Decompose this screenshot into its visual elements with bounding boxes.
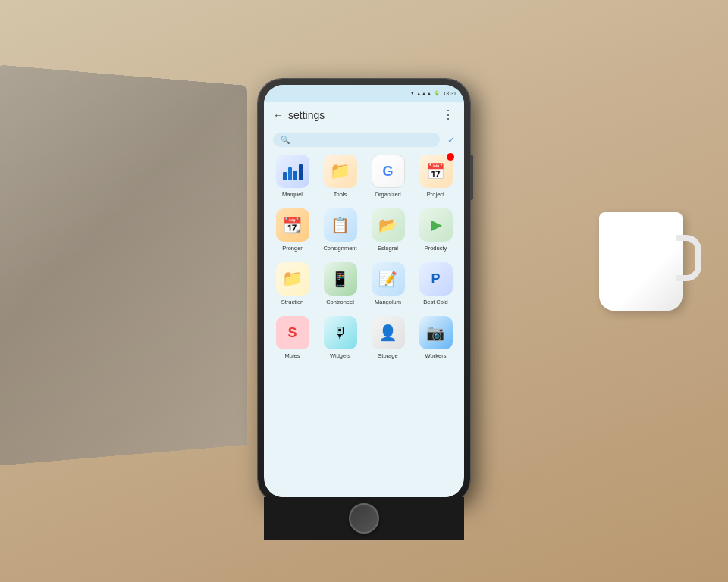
- app-row-2: 📆 Pronger 📋 Consignment 📂: [268, 208, 460, 252]
- struction-icon: 📁: [276, 262, 309, 296]
- app-row-3: 📁 Struction 📱 Controneel 📝: [268, 262, 460, 305]
- widgets-label: Widgets: [330, 352, 350, 359]
- search-icon: 🔍: [281, 136, 290, 144]
- top-bar: ← settings ⋮: [264, 102, 464, 128]
- coffee-cup-decoration: [599, 212, 682, 311]
- project-icon: 📅 !: [419, 155, 453, 188]
- app-producty[interactable]: ▶ Producty: [414, 208, 458, 252]
- home-button[interactable]: [349, 503, 379, 534]
- app-project[interactable]: 📅 ! Project: [414, 155, 458, 198]
- mangolum-label: Mangolum: [375, 299, 401, 305]
- storage-label: Storage: [378, 352, 397, 359]
- widgets-icon: 🎙: [324, 316, 357, 349]
- app-marquel[interactable]: Marquel: [271, 155, 315, 198]
- storage-icon: 👤: [372, 316, 405, 349]
- bestcold-icon: P: [419, 262, 453, 296]
- bestcold-label: Best Cold: [423, 299, 448, 305]
- workers-icon: 📷: [419, 316, 453, 349]
- app-workers[interactable]: 📷 Workers: [414, 316, 458, 359]
- pronger-label: Pronger: [282, 245, 303, 252]
- app-row-4: S Mules 🎙 Widgets 👤 Sto: [268, 316, 460, 359]
- app-bestcold[interactable]: P Best Cold: [414, 262, 458, 305]
- app-storage[interactable]: 👤 Storage: [366, 316, 410, 359]
- mules-label: Mules: [284, 352, 300, 359]
- status-bar: ▾ ▲▲▲ 🔋 13:31: [264, 85, 464, 102]
- page-title: settings: [288, 109, 325, 121]
- app-tools[interactable]: 📁 Tools: [318, 155, 362, 198]
- project-badge: !: [446, 152, 455, 161]
- app-organized[interactable]: G Organized: [366, 155, 410, 198]
- app-grid: Marquel 📁 Tools G Organized: [264, 152, 464, 491]
- back-button[interactable]: ←: [273, 109, 284, 121]
- back-title-group: ← settings: [273, 109, 325, 121]
- search-bar: 🔍 ✓: [264, 128, 464, 152]
- home-button-area: [264, 497, 464, 540]
- more-menu-button[interactable]: ⋮: [442, 108, 455, 122]
- app-struction[interactable]: 📁 Struction: [271, 262, 315, 305]
- app-row-1: Marquel 📁 Tools G Organized: [268, 155, 460, 198]
- tools-label: Tools: [334, 191, 347, 198]
- time-display: 13:31: [443, 91, 457, 96]
- phone-device: ▾ ▲▲▲ 🔋 13:31 ← settings ⋮ 🔍 ✓: [258, 79, 470, 503]
- struction-label: Struction: [281, 299, 304, 305]
- app-consignment[interactable]: 📋 Consignment: [318, 208, 362, 252]
- consignment-label: Consignment: [323, 245, 356, 252]
- controneel-label: Controneel: [326, 299, 354, 305]
- mangolum-icon: 📝: [372, 262, 405, 296]
- wifi-icon: ▾: [411, 90, 414, 96]
- mules-icon: S: [276, 316, 309, 349]
- app-controneel[interactable]: 📱 Controneel: [318, 262, 362, 305]
- workers-label: Workers: [425, 352, 447, 359]
- producty-label: Producty: [425, 245, 447, 252]
- status-icons: ▾ ▲▲▲ 🔋 13:31: [411, 90, 457, 96]
- bottom-screen-pad: [264, 491, 464, 497]
- organized-label: Organized: [375, 191, 401, 198]
- consignment-icon: 📋: [324, 208, 357, 242]
- phone-screen: ▾ ▲▲▲ 🔋 13:31 ← settings ⋮ 🔍 ✓: [264, 85, 464, 497]
- app-eslagral[interactable]: 📂 Eslagral: [366, 208, 410, 252]
- laptop-decoration: [0, 64, 247, 465]
- eslagral-icon: 📂: [372, 208, 405, 242]
- controneel-icon: 📱: [324, 262, 357, 296]
- app-pronger[interactable]: 📆 Pronger: [271, 208, 315, 252]
- project-label: Project: [427, 191, 444, 198]
- marquel-icon: [276, 155, 309, 188]
- battery-icon: 🔋: [434, 90, 441, 96]
- confirm-icon[interactable]: ✓: [447, 135, 455, 146]
- producty-icon: ▶: [419, 208, 453, 242]
- signal-icon: ▲▲▲: [416, 91, 432, 96]
- search-input-wrapper[interactable]: 🔍: [273, 133, 440, 147]
- app-mules[interactable]: S Mules: [271, 316, 315, 359]
- app-widgets[interactable]: 🎙 Widgets: [318, 316, 362, 359]
- phone-body: ▾ ▲▲▲ 🔋 13:31 ← settings ⋮ 🔍 ✓: [258, 79, 470, 503]
- organized-icon: G: [372, 155, 405, 188]
- pronger-icon: 📆: [276, 208, 309, 242]
- app-mangolum[interactable]: 📝 Mangolum: [366, 262, 410, 305]
- tools-icon: 📁: [324, 155, 357, 188]
- marquel-label: Marquel: [282, 191, 303, 198]
- eslagral-label: Eslagral: [378, 245, 398, 252]
